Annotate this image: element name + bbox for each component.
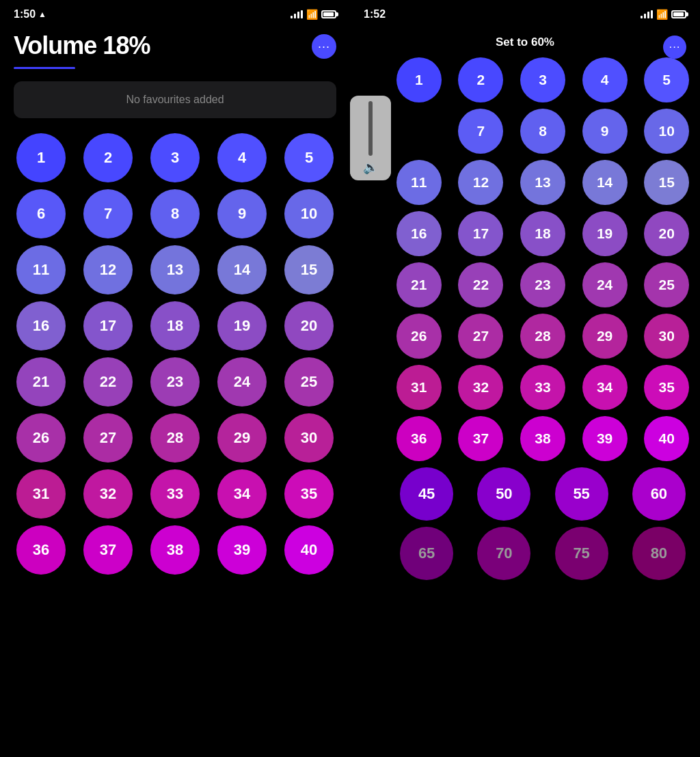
r-num-btn-10[interactable]: 10 [644, 109, 689, 154]
r-num-btn-40[interactable]: 40 [644, 416, 689, 461]
r-num-btn-2[interactable]: 2 [458, 57, 503, 102]
r-num-btn-25[interactable]: 25 [644, 262, 689, 307]
r-num-btn-14[interactable]: 14 [582, 160, 628, 205]
num-btn-33[interactable]: 33 [150, 469, 200, 519]
num-btn-37[interactable]: 37 [83, 525, 133, 575]
left-fade [0, 716, 350, 757]
r-num-btn-29[interactable]: 29 [582, 314, 628, 359]
num-btn-28[interactable]: 28 [150, 413, 200, 463]
num-btn-26[interactable]: 26 [16, 413, 66, 463]
num-btn-36[interactable]: 36 [16, 525, 66, 575]
num-btn-40[interactable]: 40 [284, 525, 334, 575]
r-num-btn-11[interactable]: 11 [396, 160, 442, 205]
r-num-btn-35[interactable]: 35 [644, 365, 689, 410]
right-row-7: 31 32 33 34 35 [391, 365, 695, 410]
num-btn-22[interactable]: 22 [83, 357, 133, 407]
num-btn-25[interactable]: 25 [284, 357, 334, 407]
r-num-btn-36[interactable]: 36 [396, 416, 442, 461]
r-num-placeholder [396, 109, 442, 154]
more-button-left[interactable]: ··· [312, 34, 336, 59]
r-num-btn-1[interactable]: 1 [396, 57, 442, 102]
r-num-btn-45[interactable]: 45 [400, 467, 453, 521]
num-btn-34[interactable]: 34 [217, 469, 267, 519]
r-num-btn-18[interactable]: 18 [520, 211, 565, 256]
r-num-btn-38[interactable]: 38 [520, 416, 565, 461]
num-btn-24[interactable]: 24 [217, 357, 267, 407]
volume-hud-speaker-icon: 🔉 [363, 160, 378, 175]
num-btn-6[interactable]: 6 [16, 189, 66, 238]
num-btn-32[interactable]: 32 [83, 469, 133, 519]
num-btn-29[interactable]: 29 [217, 413, 267, 463]
left-status-icons: 📶 [291, 9, 336, 20]
r-num-btn-39[interactable]: 39 [582, 416, 628, 461]
num-btn-18[interactable]: 18 [150, 301, 200, 350]
r-num-btn-12[interactable]: 12 [458, 160, 503, 205]
right-number-grid: 1 2 3 4 5 7 8 9 10 11 12 13 14 15 16 17 … [350, 55, 700, 580]
r-num-btn-33[interactable]: 33 [520, 365, 565, 410]
r-num-btn-37[interactable]: 37 [458, 416, 503, 461]
num-btn-5[interactable]: 5 [284, 133, 334, 182]
r-num-btn-55[interactable]: 55 [555, 467, 608, 521]
r-num-btn-60[interactable]: 60 [632, 467, 686, 521]
r-num-btn-24[interactable]: 24 [582, 262, 628, 307]
num-btn-12[interactable]: 12 [83, 245, 133, 294]
num-btn-1[interactable]: 1 [16, 133, 66, 182]
num-btn-10[interactable]: 10 [284, 189, 334, 238]
r-num-btn-32[interactable]: 32 [458, 365, 503, 410]
r-num-btn-65[interactable]: 65 [400, 527, 453, 580]
right-panel: 1:52 📶 Set to 60% ··· 🔉 1 2 [350, 0, 700, 757]
num-btn-31[interactable]: 31 [16, 469, 66, 519]
num-btn-14[interactable]: 14 [217, 245, 267, 294]
left-status-bar: 1:50 ▲ 📶 [0, 0, 350, 26]
num-btn-23[interactable]: 23 [150, 357, 200, 407]
r-num-btn-75[interactable]: 75 [555, 527, 608, 580]
num-btn-13[interactable]: 13 [150, 245, 200, 294]
num-btn-38[interactable]: 38 [150, 525, 200, 575]
num-btn-2[interactable]: 2 [83, 133, 133, 182]
num-btn-17[interactable]: 17 [83, 301, 133, 350]
num-btn-21[interactable]: 21 [16, 357, 66, 407]
num-btn-15[interactable]: 15 [284, 245, 334, 294]
r-num-btn-26[interactable]: 26 [396, 314, 442, 359]
r-num-btn-5[interactable]: 5 [644, 57, 689, 102]
right-battery-icon [671, 10, 686, 18]
r-num-btn-31[interactable]: 31 [396, 365, 442, 410]
num-btn-27[interactable]: 27 [83, 413, 133, 463]
r-num-btn-34[interactable]: 34 [582, 365, 628, 410]
r-num-btn-21[interactable]: 21 [396, 262, 442, 307]
r-num-btn-28[interactable]: 28 [520, 314, 565, 359]
right-status-bar: 1:52 📶 [350, 0, 700, 26]
r-num-btn-13[interactable]: 13 [520, 160, 565, 205]
num-btn-16[interactable]: 16 [16, 301, 66, 350]
more-button-right[interactable]: ··· [663, 36, 686, 59]
num-btn-30[interactable]: 30 [284, 413, 334, 463]
num-btn-35[interactable]: 35 [284, 469, 334, 519]
num-btn-4[interactable]: 4 [217, 133, 267, 182]
r-num-btn-17[interactable]: 17 [458, 211, 503, 256]
r-num-btn-16[interactable]: 16 [396, 211, 442, 256]
r-num-btn-30[interactable]: 30 [644, 314, 689, 359]
r-num-btn-20[interactable]: 20 [644, 211, 689, 256]
progress-bar-container [0, 63, 350, 69]
num-btn-19[interactable]: 19 [217, 301, 267, 350]
num-btn-20[interactable]: 20 [284, 301, 334, 350]
num-btn-39[interactable]: 39 [217, 525, 267, 575]
num-btn-7[interactable]: 7 [83, 189, 133, 238]
num-btn-3[interactable]: 3 [150, 133, 200, 182]
r-num-btn-19[interactable]: 19 [582, 211, 628, 256]
r-num-btn-4[interactable]: 4 [582, 57, 628, 102]
r-num-btn-3[interactable]: 3 [520, 57, 565, 102]
r-num-btn-27[interactable]: 27 [458, 314, 503, 359]
r-num-btn-50[interactable]: 50 [477, 467, 530, 521]
r-num-btn-9[interactable]: 9 [582, 109, 628, 154]
r-num-btn-7[interactable]: 7 [458, 109, 503, 154]
num-btn-9[interactable]: 9 [217, 189, 267, 238]
r-num-btn-80[interactable]: 80 [632, 527, 686, 580]
r-num-btn-15[interactable]: 15 [644, 160, 689, 205]
r-num-btn-23[interactable]: 23 [520, 262, 565, 307]
r-num-btn-70[interactable]: 70 [477, 527, 530, 580]
num-btn-11[interactable]: 11 [16, 245, 66, 294]
r-num-btn-22[interactable]: 22 [458, 262, 503, 307]
r-num-btn-8[interactable]: 8 [520, 109, 565, 154]
num-btn-8[interactable]: 8 [150, 189, 200, 238]
